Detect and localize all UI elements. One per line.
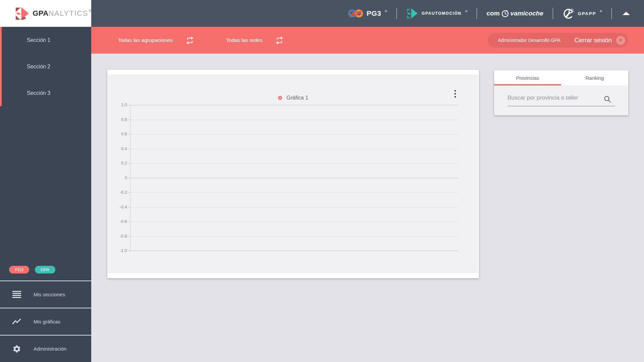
gridline: 0.8	[130, 120, 458, 120]
gridline: -0.6	[130, 222, 458, 222]
y-tick-label: -0.2	[120, 189, 127, 195]
y-tick-label: 1.0	[121, 102, 127, 108]
tab-provincias[interactable]: Provincias	[494, 70, 561, 85]
y-tick-label: 0.4	[121, 146, 127, 152]
y-tick-label: 0.2	[121, 160, 127, 166]
gpapp-wrench-icon	[562, 7, 575, 19]
sidebar-item-seccion-3[interactable]: Sección 3	[2, 80, 91, 106]
line-chart-icon	[12, 319, 21, 325]
y-axis-line	[130, 105, 130, 251]
screen: { "header": { "brand": { "bold": "GPA", …	[0, 0, 644, 362]
swap-networks-icon[interactable]	[275, 37, 284, 44]
panel-tabs: Provincias Ranking	[494, 70, 628, 85]
search-field	[507, 92, 615, 106]
collapse-header-button[interactable]	[621, 8, 631, 18]
brand-reg-mark: ®	[89, 9, 91, 13]
y-tick-label: 0.8	[121, 117, 127, 123]
y-tick-label: -0.8	[120, 233, 127, 239]
gridline: 0.4	[130, 149, 458, 149]
logout-close-icon[interactable]: ×	[616, 36, 625, 45]
tab-ranking[interactable]: Ranking	[561, 70, 628, 85]
legend-marker-icon	[278, 96, 282, 100]
sidebar-bottom-menu: Mis secciones Mis gráficas Administració…	[0, 281, 91, 362]
header-divider	[477, 8, 477, 19]
list-icon	[12, 291, 21, 298]
header-divider	[553, 8, 553, 19]
sidebar-sections: Sección 1 Sección 2 Sección 3	[0, 27, 91, 106]
search-input[interactable]	[507, 92, 615, 106]
brand-logo: GPA NALYTICS ®	[0, 0, 91, 27]
pg3-label: PG3	[367, 9, 381, 17]
gpautomocion-reg-mark: ®	[465, 10, 468, 13]
search-icon[interactable]	[603, 95, 611, 103]
pg3-reg-mark: ®	[385, 10, 387, 13]
brand-text-bold: GPA	[33, 9, 49, 18]
chart-legend[interactable]: Gráfica 1	[108, 95, 478, 101]
swap-groupings-icon[interactable]	[185, 37, 194, 44]
gridline: 0	[130, 178, 458, 178]
menu-item-label: Mis secciones	[34, 292, 65, 297]
chart-card: Gráfica 1 1.00.80.60.40.20-0.2-0.4-0.6-0…	[107, 70, 479, 278]
sidebar-item-administracion[interactable]: Administración	[0, 335, 91, 362]
groupings-filter[interactable]: Todas las agrupaciones	[118, 37, 173, 43]
provinces-panel: Provincias Ranking	[494, 70, 628, 115]
y-tick-label: 0.6	[121, 131, 127, 137]
gridline: -1.0	[130, 251, 458, 251]
y-tick-mark	[128, 251, 130, 251]
gpautomocion-arrow-icon	[406, 8, 418, 19]
chart-area: Gráfica 1 1.00.80.60.40.20-0.2-0.4-0.6-0…	[108, 74, 478, 273]
sidebar-item-mis-graficas[interactable]: Mis gráficas	[0, 308, 91, 335]
sidebar-badges: PG3 GPA	[9, 266, 55, 274]
pg3-logo: PG3®	[348, 8, 387, 19]
user-session-pill: Administrador Desarrollo GPA Cerrar sesi…	[488, 33, 628, 48]
gpa-arrow-icon	[15, 4, 29, 22]
gear-icon	[12, 345, 21, 353]
sidebar-item-seccion-1[interactable]: Sección 1	[2, 27, 91, 53]
y-tick-label: -0.6	[120, 219, 127, 225]
sidebar-item-seccion-2[interactable]: Sección 2	[2, 53, 91, 80]
gpapp-reg-mark: ®	[600, 10, 602, 13]
panel-body	[494, 85, 628, 115]
plot-area: 1.00.80.60.40.20-0.2-0.4-0.6-0.8-1.0	[130, 105, 458, 251]
app-header: GPA NALYTICS ® PG3® GPAUTOMOCIÓN®	[0, 0, 644, 27]
gpautomocion-logo: GPAUTOMOCIÓN®	[406, 8, 467, 19]
user-name: Administrador Desarrollo GPA	[498, 38, 560, 43]
networks-filter[interactable]: Todas las redes	[226, 37, 263, 43]
header-divider	[611, 8, 612, 19]
logout-button[interactable]: Cerrar sesión	[575, 37, 612, 44]
sidebar: Sección 1 Sección 2 Sección 3 PG3 GPA Mi…	[0, 27, 91, 362]
gpa-badge[interactable]: GPA	[35, 266, 55, 274]
pg3-infinity-icon	[348, 8, 363, 19]
gridline: -0.8	[130, 236, 458, 237]
brand-text-light: NALYTICS	[49, 9, 88, 18]
header-divider	[396, 8, 397, 19]
y-tick-label: 0	[125, 175, 127, 181]
gpapp-logo: GPAPP®	[562, 7, 602, 19]
gridline: 0.6	[130, 134, 458, 134]
gridline: -0.2	[130, 192, 458, 193]
close-glyph: ×	[619, 38, 622, 43]
legend-label: Gráfica 1	[286, 95, 308, 101]
gridline: 0.2	[130, 163, 458, 164]
partner-logos: PG3® GPAUTOMOCIÓN® com vamicoche	[348, 0, 631, 27]
filter-bar: Todas las agrupaciones Todas las redes A…	[91, 27, 644, 54]
menu-item-label: Administración	[34, 346, 66, 352]
comvamicoche-pre-label: com	[486, 10, 499, 17]
gridline: 1.0	[130, 105, 458, 105]
menu-item-label: Mis gráficas	[34, 319, 60, 324]
clock-icon	[501, 9, 509, 17]
y-tick-label: -1.0	[120, 248, 127, 254]
y-tick-label: -0.4	[120, 204, 127, 210]
gpautomocion-label: GPAUTOMOCIÓN	[422, 11, 462, 16]
gpapp-label: GPAPP	[578, 11, 596, 16]
chevron-up-icon	[623, 12, 630, 15]
gridline: -0.4	[130, 207, 458, 207]
pg3-badge[interactable]: PG3	[9, 266, 29, 274]
comvamicoche-logo: com vamicoche	[486, 9, 543, 17]
sidebar-item-mis-secciones[interactable]: Mis secciones	[0, 281, 91, 308]
comvamicoche-post-label: vamicoche	[511, 10, 543, 17]
